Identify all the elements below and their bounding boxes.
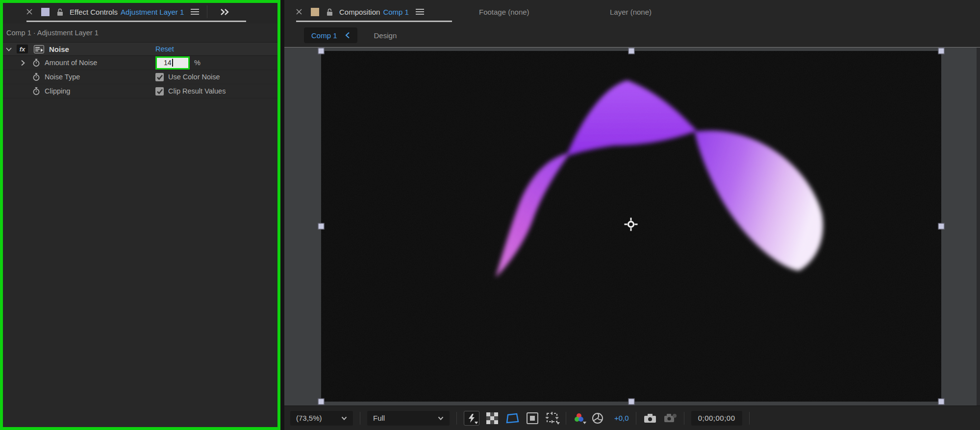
- noise-type-label: Noise Type: [45, 73, 80, 81]
- composition-navigator: Comp 1 Design: [284, 24, 980, 47]
- toolbar-divider: [636, 412, 636, 425]
- layer-handle-top-right[interactable]: [938, 48, 945, 54]
- chevron-down-icon: [341, 416, 347, 420]
- composition-viewer[interactable]: [284, 48, 980, 406]
- chevron-down-icon: [583, 422, 586, 424]
- chevron-down-icon: [556, 422, 560, 425]
- fast-preview-button[interactable]: [464, 411, 479, 426]
- effect-controls-tab-title[interactable]: Effect Controls: [70, 8, 118, 16]
- chevron-down-icon: [475, 422, 478, 424]
- anchor-point-icon[interactable]: [624, 217, 638, 234]
- toolbar-divider: [566, 412, 566, 425]
- amount-unit: %: [194, 59, 201, 67]
- clipping-row: Clipping Clip Result Values: [0, 84, 280, 98]
- layer-handle-bottom-center[interactable]: [628, 399, 634, 405]
- comp-nav-chip[interactable]: Comp 1: [304, 27, 357, 43]
- toolbar-divider: [456, 412, 457, 425]
- layer-handle-top-center[interactable]: [628, 48, 634, 54]
- close-icon[interactable]: [296, 9, 302, 15]
- channel-settings-button[interactable]: [573, 412, 585, 425]
- tabbar-divider: [207, 5, 207, 18]
- transparency-grid-button[interactable]: [486, 412, 499, 425]
- layer-handle-mid-left[interactable]: [318, 223, 325, 230]
- tab-footage[interactable]: Footage (none): [479, 0, 529, 24]
- timecode-display[interactable]: 0;00;00;00: [691, 411, 742, 426]
- effect-icon: [34, 45, 44, 53]
- comp-nav-label[interactable]: Comp 1: [311, 31, 337, 40]
- expand-chevron-icon[interactable]: [21, 60, 25, 66]
- grid-guides-button[interactable]: [545, 412, 559, 425]
- toolbar-divider: [684, 412, 684, 425]
- unlock-icon[interactable]: [326, 8, 333, 16]
- annotation-highlight-box: 14: [155, 56, 190, 70]
- panel-menu-icon[interactable]: [191, 9, 199, 15]
- design-label[interactable]: Design: [374, 31, 397, 40]
- comp-canvas[interactable]: [321, 51, 941, 402]
- effect-context-line: Comp 1 · Adjustment Layer 1: [0, 24, 280, 42]
- composition-panel: Composition Comp 1 Footage (none) Layer …: [284, 0, 980, 430]
- composition-tabbar: Composition Comp 1 Footage (none) Layer …: [284, 0, 980, 24]
- region-of-interest-button[interactable]: [505, 412, 520, 425]
- active-tab-underline: [296, 21, 452, 22]
- effect-controls-tabbar: Effect Controls Adjustment Layer 1: [0, 0, 280, 24]
- layer-handle-mid-right[interactable]: [938, 223, 945, 230]
- layer-handle-bottom-left[interactable]: [318, 399, 325, 405]
- chevron-left-icon[interactable]: [345, 32, 350, 39]
- toolbar-divider: [360, 412, 360, 425]
- effect-controls-layer-link[interactable]: Adjustment Layer 1: [121, 8, 184, 16]
- panel-drag-handle[interactable]: [311, 8, 319, 16]
- unlock-icon[interactable]: [56, 8, 64, 16]
- clipping-label: Clipping: [45, 87, 70, 95]
- mask-visibility-button[interactable]: [526, 412, 539, 425]
- tab-layer[interactable]: Layer (none): [610, 0, 652, 24]
- use-color-noise-label: Use Color Noise: [168, 73, 220, 81]
- take-snapshot-button[interactable]: [643, 413, 657, 424]
- stopwatch-icon[interactable]: [32, 87, 41, 96]
- noise-type-row: Noise Type Use Color Noise: [0, 70, 280, 84]
- effect-name[interactable]: Noise: [49, 45, 69, 53]
- resolution-dropdown[interactable]: Full: [367, 411, 450, 426]
- chevron-down-icon: [438, 416, 444, 420]
- amount-of-noise-row: Amount of Noise 14 %: [0, 56, 280, 70]
- toolbar-divider: [749, 412, 750, 425]
- show-snapshot-button[interactable]: [663, 413, 677, 424]
- clip-result-values-label: Clip Result Values: [168, 87, 226, 95]
- viewer-scrollbar[interactable]: [977, 48, 980, 406]
- magnification-dropdown[interactable]: (73,5%): [290, 411, 353, 426]
- layer-handle-top-left[interactable]: [318, 48, 325, 54]
- panel-expand-icon[interactable]: [220, 8, 230, 16]
- after-effects-window: Effect Controls Adjustment Layer 1 Comp …: [0, 0, 980, 430]
- exposure-value[interactable]: +0,0: [614, 414, 629, 422]
- exposure-reset-button[interactable]: [591, 412, 604, 425]
- reset-link[interactable]: Reset: [155, 45, 174, 53]
- layer-handle-bottom-right[interactable]: [938, 399, 945, 405]
- composition-toolbar: (73,5%) Full: [284, 406, 980, 430]
- effect-controls-panel: Effect Controls Adjustment Layer 1 Comp …: [0, 0, 280, 430]
- effect-header-row: fx Noise Reset: [0, 42, 280, 56]
- active-tab-underline: [26, 21, 246, 22]
- clip-result-values-checkbox[interactable]: [155, 87, 164, 96]
- twirl-down-icon[interactable]: [6, 47, 12, 51]
- panel-divider[interactable]: [280, 0, 284, 430]
- stopwatch-icon[interactable]: [32, 58, 41, 67]
- panel-drag-handle[interactable]: [41, 8, 50, 16]
- composition-tab-title[interactable]: Composition: [339, 8, 380, 16]
- use-color-noise-checkbox[interactable]: [155, 73, 164, 81]
- fx-toggle-badge[interactable]: fx: [17, 45, 28, 53]
- text-caret: [172, 59, 173, 67]
- stopwatch-icon[interactable]: [32, 72, 41, 81]
- panel-menu-icon[interactable]: [416, 9, 424, 15]
- composition-comp-link[interactable]: Comp 1: [383, 8, 409, 16]
- close-icon[interactable]: [26, 9, 32, 15]
- amount-of-noise-label: Amount of Noise: [45, 59, 97, 67]
- amount-of-noise-input[interactable]: 14: [157, 58, 188, 68]
